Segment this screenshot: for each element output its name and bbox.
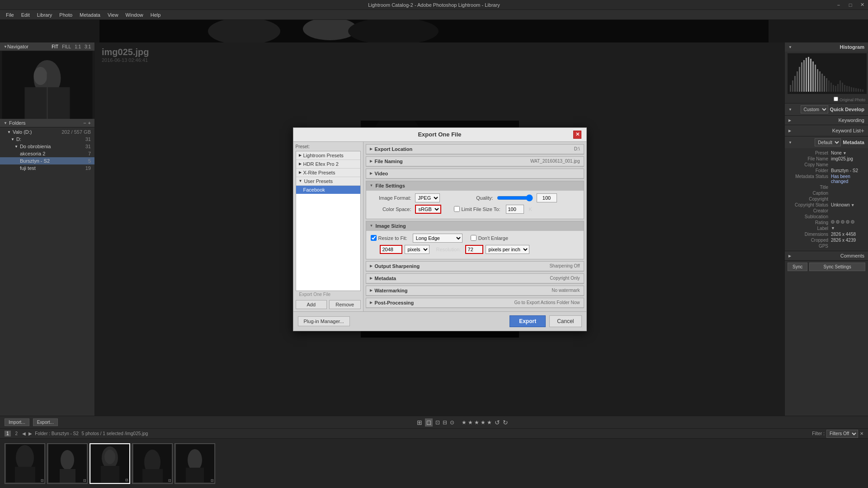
filter-select[interactable]: Filters Off: [826, 430, 858, 438]
label-dropdown[interactable]: ▼: [831, 226, 835, 231]
loupe-view-button[interactable]: □: [425, 418, 432, 427]
dialog-close-button[interactable]: ✕: [573, 131, 581, 139]
keywording-header[interactable]: ▶ Keywording: [785, 116, 868, 125]
resize-fit-select[interactable]: Long Edge: [413, 234, 462, 243]
metadata-preset-select[interactable]: Default: [815, 138, 841, 146]
preset-item-facebook[interactable]: Facebook: [296, 186, 360, 194]
film-thumb-3[interactable]: ⊡: [90, 443, 130, 484]
page-2[interactable]: 2: [14, 431, 20, 436]
comments-header[interactable]: ▶ Comments: [785, 251, 868, 260]
nav-prev[interactable]: ◀: [22, 431, 26, 436]
copyright-status-dropdown[interactable]: ▼: [851, 203, 855, 207]
grid-view-button[interactable]: ⊞: [417, 419, 422, 426]
limit-size-input[interactable]: [506, 205, 524, 214]
preset-dropdown[interactable]: ▼: [843, 151, 847, 155]
plugin-manager-button[interactable]: Plug-in Manager...: [298, 316, 350, 326]
preset-group-hdr[interactable]: ▶ HDR Efex Pro 2: [296, 160, 360, 169]
resolution-input[interactable]: [465, 245, 483, 254]
metadata-right-header[interactable]: ▼ Default Metadata: [785, 136, 868, 148]
menu-photo[interactable]: Photo: [56, 11, 76, 19]
rating-dot-2[interactable]: [836, 220, 840, 224]
resize-checkbox[interactable]: [371, 235, 377, 241]
image-format-select[interactable]: JPEG: [415, 193, 440, 202]
compare-view-button[interactable]: ⊡: [435, 419, 440, 426]
size-unit-select[interactable]: pixels: [405, 245, 429, 254]
rating-dot-4[interactable]: [846, 220, 849, 224]
rating-dot-1[interactable]: [831, 220, 835, 224]
video-header[interactable]: ▶ Video: [366, 169, 584, 178]
menu-metadata[interactable]: Metadata: [76, 11, 104, 19]
menu-window[interactable]: Window: [122, 11, 147, 19]
size-input[interactable]: [380, 245, 402, 254]
film-thumb-5[interactable]: ⊡: [175, 443, 215, 484]
quick-develop-header[interactable]: ▼ Custom Quick Develop: [785, 103, 868, 115]
menu-view[interactable]: View: [104, 11, 122, 19]
cancel-button[interactable]: Cancel: [549, 315, 581, 327]
preset-group-lightroom[interactable]: ▶ Lightroom Presets: [296, 151, 360, 160]
rotate-left-button[interactable]: ↺: [495, 419, 500, 426]
survey-view-button[interactable]: ⊟: [443, 419, 447, 426]
folders-header[interactable]: ▼ Folders − +: [0, 119, 94, 127]
export-button-main[interactable]: Export...: [33, 418, 58, 426]
export-location-header[interactable]: ▶ Export Location D:\: [366, 145, 584, 154]
people-view-button[interactable]: ⊙: [450, 419, 454, 426]
nav-next[interactable]: ▶: [28, 431, 32, 436]
menu-library[interactable]: Library: [33, 11, 56, 19]
original-photo-checkbox[interactable]: [834, 97, 838, 101]
histogram-header[interactable]: ▼ Histogram: [785, 42, 868, 52]
dont-enlarge-checkbox[interactable]: [471, 235, 476, 241]
file-settings-header[interactable]: ▼ File Settings: [366, 181, 584, 191]
minimize-button[interactable]: −: [833, 0, 844, 10]
nav-3-1[interactable]: 3:1: [85, 44, 91, 49]
menu-edit[interactable]: Edit: [18, 11, 33, 19]
star-1[interactable]: ★: [462, 419, 467, 426]
rotate-right-button[interactable]: ↻: [503, 419, 508, 426]
folders-add[interactable]: +: [88, 120, 91, 126]
color-space-select[interactable]: sRGB: [415, 205, 441, 214]
menu-file[interactable]: File: [2, 11, 18, 19]
image-sizing-header[interactable]: ▼ Image Sizing: [366, 221, 584, 231]
keyword-list-header[interactable]: ▶ Keyword List +: [785, 125, 868, 136]
import-button[interactable]: Import...: [5, 418, 29, 426]
star-4[interactable]: ★: [481, 419, 486, 426]
rating-dot-3[interactable]: [841, 220, 844, 224]
close-button[interactable]: ✕: [856, 0, 868, 10]
star-3[interactable]: ★: [474, 419, 479, 426]
navigator-header[interactable]: ▼ Navigator FIT FILL 1:1 3:1: [0, 42, 94, 51]
quality-input[interactable]: [537, 193, 557, 202]
nav-fit[interactable]: FIT: [52, 44, 58, 49]
folders-remove[interactable]: −: [83, 120, 86, 126]
preset-group-xrite[interactable]: ▶ X-Rite Presets: [296, 169, 360, 177]
menu-help[interactable]: Help: [147, 11, 165, 19]
sync-settings-button[interactable]: Sync Settings: [809, 263, 865, 271]
rating-dot-5[interactable]: [851, 220, 854, 224]
folder-item-akcesoria[interactable]: akcesoria 2 7: [0, 150, 94, 157]
folder-item-valo[interactable]: ▼ Valo (D:) 202 / 557 GB: [0, 128, 94, 136]
export-button[interactable]: Export: [509, 315, 546, 327]
sync-button[interactable]: Sync: [788, 263, 807, 271]
add-keyword-button[interactable]: +: [861, 127, 864, 134]
watermarking-header[interactable]: ▶ Watermarking No watermark: [366, 286, 584, 296]
preset-add-button[interactable]: Add: [296, 300, 327, 309]
quick-develop-preset-select[interactable]: Custom: [801, 105, 828, 113]
nav-fill[interactable]: FILL: [62, 44, 71, 49]
star-5[interactable]: ★: [487, 419, 492, 426]
folder-item-bursztyn[interactable]: Bursztyn - S2 5: [0, 157, 94, 164]
folder-item-do[interactable]: ▼ Do obrobienia 31: [0, 143, 94, 150]
film-thumb-2[interactable]: ⊡: [47, 443, 88, 484]
quality-slider[interactable]: [497, 194, 533, 202]
filter-clear[interactable]: ✕: [860, 431, 863, 436]
nav-1-1[interactable]: 1:1: [75, 44, 81, 49]
folder-item-d[interactable]: ▼ D: 31: [0, 136, 94, 143]
film-thumb-1[interactable]: ⊡: [5, 443, 45, 484]
film-thumb-4[interactable]: ⊡: [132, 443, 173, 484]
resolution-unit-select[interactable]: pixels per inch: [486, 245, 529, 254]
preset-group-user[interactable]: ▼ User Presets: [296, 177, 360, 186]
star-2[interactable]: ★: [468, 419, 473, 426]
preset-remove-button[interactable]: Remove: [329, 300, 361, 309]
post-processing-header[interactable]: ▶ Post-Processing Go to Export Actions F…: [366, 298, 584, 308]
limit-size-checkbox[interactable]: [454, 206, 460, 212]
file-naming-header[interactable]: ▶ File Naming WAT_20160613_001.jpg: [366, 157, 584, 166]
maximize-button[interactable]: □: [844, 0, 856, 10]
metadata-section-header[interactable]: ▶ Metadata Copyright Only: [366, 274, 584, 283]
